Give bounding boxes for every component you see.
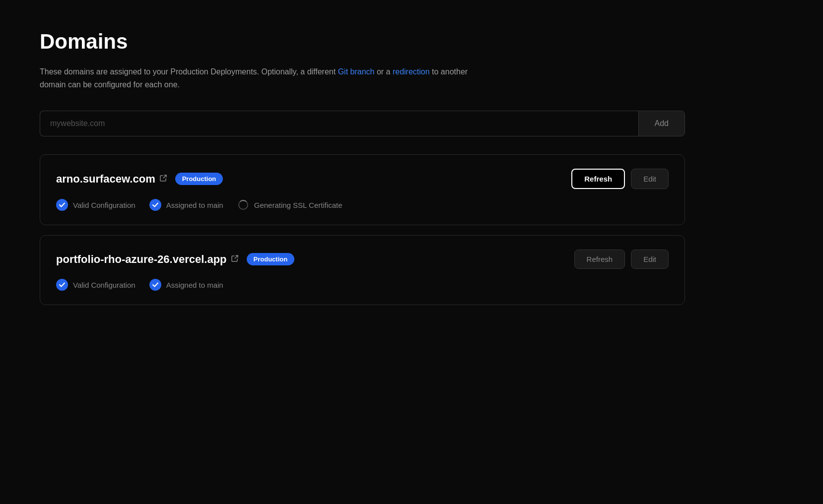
card-actions-domain-2: Refresh Edit — [574, 250, 669, 269]
domain-status-row-domain-2: Valid Configuration Assigned to main — [56, 279, 669, 291]
refresh-button-domain-1[interactable]: Refresh — [571, 169, 625, 189]
status-label-assigned-main-2: Assigned to main — [166, 281, 223, 289]
status-item-assigned-main-1: Assigned to main — [149, 199, 223, 211]
domain-info-domain-1: arno.surfacew.com Production — [56, 173, 223, 186]
status-label-ssl-1: Generating SSL Certificate — [254, 201, 343, 209]
check-icon-valid-config-1 — [56, 199, 68, 211]
production-badge-domain-1: Production — [175, 173, 223, 185]
status-item-valid-config-1: Valid Configuration — [56, 199, 136, 211]
domain-input[interactable] — [40, 111, 638, 136]
status-label-assigned-main-1: Assigned to main — [166, 201, 223, 209]
domain-card-header-domain-2: portfolio-rho-azure-26.vercel.app Produc… — [56, 250, 669, 269]
domain-cards-container: arno.surfacew.com Production Refresh Edi… — [40, 154, 783, 305]
domain-info-domain-2: portfolio-rho-azure-26.vercel.app Produc… — [56, 253, 294, 266]
page-description: These domains are assigned to your Produ… — [40, 65, 486, 91]
status-item-valid-config-2: Valid Configuration — [56, 279, 136, 291]
check-icon-assigned-main-2 — [149, 279, 161, 291]
edit-button-domain-2[interactable]: Edit — [631, 250, 669, 269]
redirection-link[interactable]: redirection — [393, 67, 430, 76]
status-label-valid-config-1: Valid Configuration — [73, 201, 136, 209]
domain-name-domain-2: portfolio-rho-azure-26.vercel.app — [56, 253, 239, 266]
production-badge-domain-2: Production — [247, 253, 295, 265]
external-link-icon-domain-2[interactable] — [231, 254, 239, 264]
status-item-ssl-1: Generating SSL Certificate — [237, 199, 343, 211]
description-text-start: These domains are assigned to your Produ… — [40, 67, 338, 76]
edit-button-domain-1[interactable]: Edit — [631, 169, 669, 189]
status-label-valid-config-2: Valid Configuration — [73, 281, 136, 289]
description-text-middle: or a — [377, 67, 393, 76]
add-domain-row: Add — [40, 111, 685, 136]
domain-card-domain-1: arno.surfacew.com Production Refresh Edi… — [40, 154, 685, 225]
domain-card-header-domain-1: arno.surfacew.com Production Refresh Edi… — [56, 169, 669, 189]
add-button[interactable]: Add — [638, 111, 685, 136]
check-icon-valid-config-2 — [56, 279, 68, 291]
domain-name-domain-1: arno.surfacew.com — [56, 173, 167, 186]
external-link-icon-domain-1[interactable] — [159, 174, 167, 184]
card-actions-domain-1: Refresh Edit — [571, 169, 669, 189]
page-title: Domains — [40, 30, 783, 54]
git-branch-link[interactable]: Git branch — [338, 67, 375, 76]
loading-icon-ssl-1 — [237, 199, 249, 211]
domain-status-row-domain-1: Valid Configuration Assigned to main — [56, 199, 669, 211]
refresh-button-domain-2[interactable]: Refresh — [574, 250, 625, 269]
check-icon-assigned-main-1 — [149, 199, 161, 211]
status-item-assigned-main-2: Assigned to main — [149, 279, 223, 291]
domain-card-domain-2: portfolio-rho-azure-26.vercel.app Produc… — [40, 235, 685, 305]
